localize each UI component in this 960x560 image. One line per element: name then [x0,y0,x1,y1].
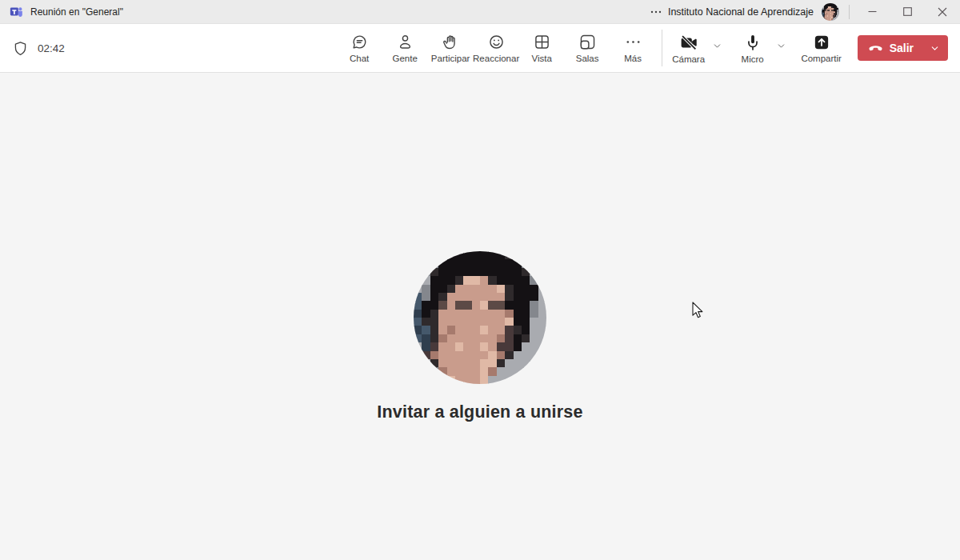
camera-group: Cámara [669,27,726,69]
share-label: Compartir [801,54,841,63]
raise-hand-button[interactable]: Participar [430,27,471,69]
tab-label: Participar [431,54,470,63]
close-button[interactable] [925,0,960,24]
mouse-cursor [692,302,705,319]
raised-hand-icon [442,33,460,51]
person-icon [396,33,414,51]
mic-options-chevron[interactable] [773,34,790,58]
camera-off-icon [679,33,698,52]
meeting-stage: Invitar a alguien a unirse [0,74,960,560]
invite-message: Invitar a alguien a unirse [0,402,960,422]
mic-label: Micro [742,54,764,64]
camera-label: Cámara [672,54,705,64]
participant-avatar [414,251,546,384]
window-title: Reunión en "General" [30,6,123,18]
phone-hangup-icon [867,40,884,57]
microphone-icon [743,33,762,52]
people-button[interactable]: Gente [385,27,426,69]
view-button[interactable]: Vista [522,27,562,69]
tab-label: Chat [350,54,369,63]
camera-toggle-button[interactable]: Cámara [669,27,709,69]
tab-label: Vista [531,54,551,63]
minimize-button[interactable] [854,0,890,24]
teams-meeting-window: Reunión en "General" Instituto Nacional … [0,0,960,560]
camera-options-chevron[interactable] [709,34,726,58]
chevron-down-icon [712,41,722,51]
titlebar-right: Instituto Nacional de Aprendizaje [646,0,960,23]
react-button[interactable]: Reaccionar [476,27,517,69]
rooms-button[interactable]: Salas [567,27,608,69]
leave-label: Salir [890,42,914,54]
maximize-button[interactable] [890,0,925,24]
toolbar-divider [662,30,662,66]
grid-view-icon [533,33,551,51]
mic-toggle-button[interactable]: Micro [733,27,773,69]
profile-avatar[interactable] [822,3,839,21]
chat-button[interactable]: Chat [339,27,380,69]
chat-bubble-icon [350,33,369,51]
security-shield-icon [12,40,29,57]
org-name[interactable]: Instituto Nacional de Aprendizaje [668,6,814,18]
ellipsis-icon [624,33,642,51]
share-button[interactable]: Compartir [797,27,846,69]
chevron-down-icon [776,41,786,51]
titlebar-divider [849,5,850,19]
chevron-down-icon [930,43,940,54]
breakout-rooms-icon [578,33,597,51]
meeting-timer: 02:42 [38,42,65,54]
meeting-info: 02:42 [12,40,65,57]
toolbar-tabs: Chat Gente Participar [339,27,654,69]
leave-button[interactable]: Salir [858,35,948,61]
titlebar-more-icon[interactable] [646,0,666,23]
tab-label: Salas [576,54,599,63]
titlebar-left: Reunión en "General" [0,5,123,18]
toolbar-devices: Cámara Micro [657,27,948,69]
more-button[interactable]: Más [613,27,654,69]
meeting-toolbar: 02:42 Chat Gente Part [0,24,960,73]
tab-label: Reaccionar [473,54,519,63]
tab-label: Gente [392,54,417,63]
leave-options-chevron[interactable] [930,43,940,54]
smiley-face-icon [487,33,506,51]
tab-label: Más [624,54,642,63]
titlebar: Reunión en "General" Instituto Nacional … [0,0,960,24]
share-screen-icon [813,34,830,51]
teams-logo-icon [10,5,23,18]
mic-group: Micro [733,27,790,69]
